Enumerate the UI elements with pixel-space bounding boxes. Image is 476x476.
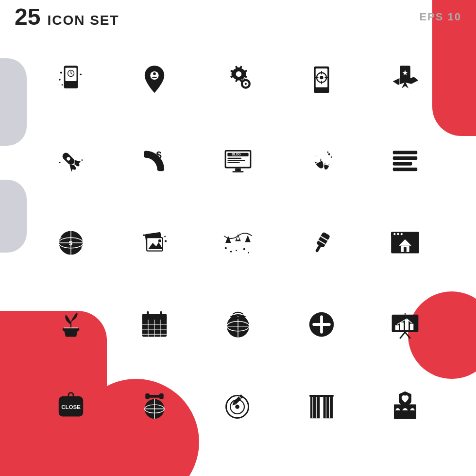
svg-point-2 — [69, 89, 72, 92]
svg-rect-62 — [393, 156, 417, 160]
svg-rect-63 — [393, 162, 412, 165]
icon-home-browser[interactable] — [363, 202, 447, 284]
icon-globe-wifi[interactable] — [196, 284, 280, 365]
svg-point-19 — [240, 77, 242, 79]
svg-point-16 — [245, 83, 247, 85]
svg-point-98 — [397, 233, 399, 235]
svg-rect-102 — [404, 247, 407, 252]
icon-mobile-notification[interactable] — [29, 39, 113, 120]
svg-point-86 — [230, 251, 232, 253]
svg-rect-140 — [159, 393, 164, 399]
svg-point-78 — [143, 234, 145, 236]
svg-point-20 — [242, 76, 244, 78]
icon-add-plus[interactable] — [280, 284, 363, 365]
svg-rect-129 — [395, 325, 399, 330]
svg-point-87 — [243, 248, 245, 250]
svg-point-12 — [153, 72, 156, 75]
svg-rect-90 — [316, 232, 330, 248]
icon-mobile-focus[interactable] — [280, 39, 363, 120]
icon-pills[interactable] — [280, 120, 363, 202]
svg-rect-132 — [410, 324, 413, 330]
icon-photo-gallery[interactable] — [113, 202, 196, 284]
svg-rect-49 — [227, 158, 241, 159]
svg-point-143 — [235, 405, 239, 409]
svg-text:BLOG: BLOG — [232, 153, 241, 156]
svg-point-8 — [59, 79, 61, 81]
icon-text-align[interactable] — [363, 120, 447, 202]
svg-point-89 — [236, 250, 237, 251]
icon-location-person[interactable] — [113, 39, 196, 120]
svg-rect-138 — [148, 395, 161, 398]
svg-point-7 — [60, 71, 62, 73]
svg-point-121 — [237, 317, 239, 319]
svg-point-25 — [320, 76, 323, 79]
svg-point-99 — [401, 233, 403, 235]
svg-rect-46 — [232, 171, 243, 172]
svg-rect-139 — [145, 393, 150, 399]
icon-globe-dumbbell[interactable] — [113, 365, 196, 447]
svg-point-40 — [59, 162, 61, 164]
svg-point-79 — [164, 236, 166, 238]
svg-point-77 — [158, 239, 161, 242]
header: 25 ICON SET EPS 10 — [0, 0, 476, 34]
svg-point-60 — [327, 152, 329, 153]
svg-text:$: $ — [69, 239, 73, 247]
svg-text:CLOSE: CLOSE — [61, 404, 81, 410]
svg-rect-50 — [227, 160, 245, 161]
icon-globe-dollar[interactable]: $ — [29, 202, 113, 284]
svg-rect-108 — [142, 317, 167, 320]
icon-building-heart[interactable] — [363, 365, 447, 447]
svg-rect-45 — [235, 168, 241, 171]
svg-point-13 — [236, 71, 242, 77]
svg-point-73 — [81, 246, 83, 248]
icon-grid: $ BLOG — [29, 39, 447, 447]
svg-point-9 — [62, 84, 63, 85]
svg-rect-147 — [309, 395, 334, 397]
icon-presentation-chart[interactable] — [363, 284, 447, 365]
svg-point-85 — [225, 247, 227, 249]
svg-rect-91 — [315, 245, 322, 253]
svg-rect-51 — [227, 162, 239, 163]
icon-curtains[interactable] — [280, 365, 363, 447]
header-left: 25 ICON SET — [15, 5, 119, 29]
svg-point-71 — [59, 237, 61, 238]
svg-point-97 — [393, 233, 395, 235]
svg-rect-61 — [393, 151, 417, 154]
svg-text:$: $ — [156, 150, 162, 160]
icon-close-sign[interactable]: CLOSE — [29, 365, 113, 447]
header-number: 25 — [15, 5, 40, 29]
svg-point-72 — [58, 242, 59, 244]
svg-line-126 — [400, 332, 405, 339]
icon-target-pen[interactable] — [196, 365, 280, 447]
svg-line-127 — [405, 332, 410, 339]
icon-plant-pot[interactable] — [29, 284, 113, 365]
svg-rect-64 — [393, 168, 417, 171]
icon-calendar-grid[interactable] — [113, 284, 196, 365]
bg-decoration-gray-left-mid — [0, 180, 27, 253]
svg-marker-83 — [245, 235, 251, 242]
icon-bug-settings[interactable] — [196, 39, 280, 120]
header-eps: EPS 10 — [419, 11, 461, 23]
svg-point-41 — [81, 159, 83, 161]
svg-point-80 — [165, 240, 167, 242]
bg-decoration-gray-left-top — [0, 58, 27, 146]
header-title: ICON SET — [47, 13, 119, 28]
svg-rect-115 — [147, 311, 149, 317]
svg-rect-116 — [160, 311, 162, 317]
svg-point-23 — [321, 93, 323, 95]
icon-blog-monitor[interactable]: BLOG — [196, 120, 280, 202]
icon-handshake[interactable] — [363, 39, 447, 120]
svg-rect-131 — [405, 320, 408, 330]
icon-celebration[interactable] — [196, 202, 280, 284]
svg-rect-130 — [400, 323, 404, 330]
icon-phone-dollar[interactable]: $ — [113, 120, 196, 202]
icon-rocket[interactable] — [29, 120, 113, 202]
svg-point-88 — [248, 252, 249, 254]
svg-point-59 — [331, 156, 332, 158]
svg-point-10 — [80, 73, 82, 75]
icon-ice-cream-bar[interactable] — [280, 202, 363, 284]
svg-point-58 — [328, 153, 330, 155]
